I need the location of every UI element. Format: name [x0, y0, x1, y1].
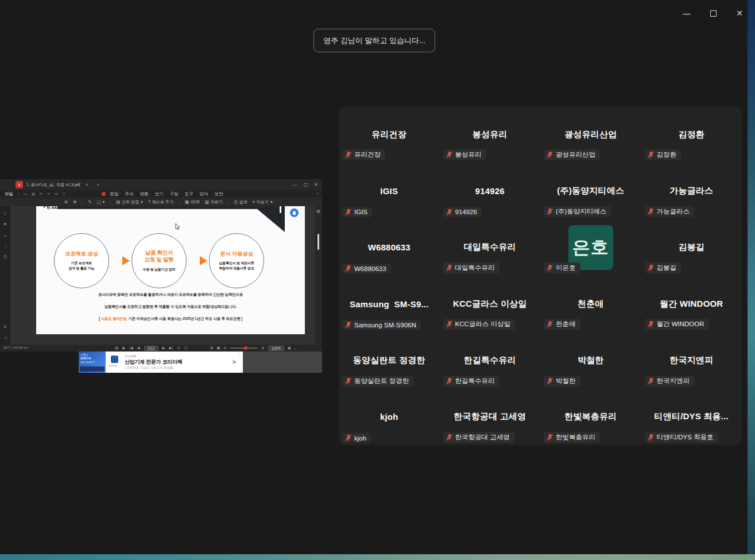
participant-name: (주)동양지티에스: [557, 186, 624, 196]
pdf-maximize-icon: ▢: [304, 182, 308, 187]
participant-tile[interactable]: KCC글라스 이상일 KCC글라스 이상일: [440, 276, 541, 332]
pdf-menu-item: 변환: [140, 191, 149, 197]
divider: |: [228, 200, 229, 204]
participant-tile[interactable]: 한길특수유리 한길특수유리: [440, 332, 541, 388]
participant-tile[interactable]: 박철한 박철한: [540, 332, 641, 388]
participant-label-text: 한국항공대 고세영: [455, 433, 510, 442]
screen-share-view[interactable]: ≡ 1. 공사다큐_납...자료 v1.3.pdf ✕ + — ▢ ✕ 파일 |…: [0, 179, 322, 373]
participant-tile[interactable]: 대일특수유리 대일특수유리: [440, 219, 541, 276]
shape-icon: ▢: [97, 199, 101, 204]
participant-name: 한길특수유리: [464, 355, 516, 366]
participant-tile[interactable]: 김봉길 김봉길: [641, 219, 742, 276]
participant-label: Samsung SM-S906N: [342, 320, 421, 330]
participant-label-text: 김봉길: [657, 264, 677, 272]
ad-subtitle: 1,000여종 이상의 산업기계 종합몰: [125, 366, 173, 370]
bookmarks-icon: ⚑: [3, 222, 7, 227]
participant-tile[interactable]: 김정환 김정환: [641, 106, 742, 163]
participant-name: 한빛복층유리: [564, 411, 617, 422]
participant-name: Samsung SM-S9...: [350, 299, 429, 309]
divider: |: [18, 191, 19, 196]
ad-close-icon: ✕: [239, 353, 241, 356]
maximize-icon: [710, 10, 717, 17]
page-size-label: 29.7 x 20.99 cm: [3, 346, 28, 349]
edit-all-label: 모두 편집: [122, 199, 139, 205]
participant-label: 박철한: [544, 376, 580, 387]
pdf-window-controls: — ▢ ✕: [293, 182, 322, 187]
speaking-notification: 영주 김님이 말하고 있습니다...: [313, 29, 435, 52]
more-tool: ≡더보기▾: [253, 199, 273, 205]
participant-label: 914926: [443, 207, 482, 217]
mic-muted-icon: [446, 208, 453, 216]
last-page-icon: ▶|: [169, 346, 173, 350]
print-icon: ▤: [115, 346, 118, 350]
participant-tile[interactable]: 천춘애 천춘애: [540, 276, 641, 332]
participant-tile[interactable]: 월간 WINDOOR 월간 WINDOOR: [641, 276, 742, 332]
participant-tile[interactable]: 은호 이은호: [540, 219, 641, 276]
participant-name: IGIS: [380, 186, 398, 196]
participant-tile[interactable]: 티앤티/DYS 최용... 티앤티/DYS 최용호: [641, 389, 742, 445]
flow-step-1-title: 프로젝트 생성: [65, 250, 98, 257]
participant-tile[interactable]: 한빛복층유리 한빛복층유리: [540, 389, 641, 445]
participant-name: 티앤티/DYS 최용...: [655, 411, 729, 422]
mic-muted-icon: [344, 321, 352, 329]
pdf-canvas: 개요 프로젝트 생성 기존 프로젝트 검색 및 활용 가능 납품 확인서 요청 …: [10, 206, 315, 345]
meeting-app-window: — ✕ 영주 김님이 말하고 있습니다... ≡ 1. 공사다큐_납...자료 …: [0, 0, 748, 554]
collapse-panel-icon: ◁: [3, 335, 6, 340]
ad-right-gap: [243, 352, 322, 373]
maximize-button[interactable]: [704, 7, 722, 20]
desktop-wallpaper-right: [748, 0, 755, 560]
mic-muted-icon: [344, 265, 352, 272]
participant-tile[interactable]: W6880633 W6880633: [339, 219, 440, 276]
page-number-box: 3/12: [144, 346, 158, 351]
pdf-new-tab-icon: +: [96, 182, 99, 188]
zoom-out-icon: ⊖: [64, 199, 68, 204]
participant-tile[interactable]: kjoh kjoh: [339, 389, 440, 445]
participant-label: 유리건장: [342, 149, 385, 160]
participant-label-text: 한빛복층유리: [556, 433, 595, 442]
mic-muted-icon: [546, 434, 553, 441]
pdf-menu-item: 보안: [215, 191, 223, 197]
participant-tile[interactable]: 유리건장 유리건장: [339, 106, 440, 163]
participant-tile[interactable]: 한국지엔피 한국지엔피: [641, 332, 742, 388]
participant-label: 동양실란트 정경한: [342, 376, 413, 387]
participant-label: 한길특수유리: [443, 376, 500, 387]
participant-tile[interactable]: 동양실란트 정경한 동양실란트 정경한: [339, 332, 440, 388]
text-icon: T: [148, 199, 151, 204]
more-label: 더보기: [257, 199, 269, 205]
price-highlight: 사용료 월/1만원,: [101, 316, 127, 320]
edit-all-tool: ▤모두 편집▾: [116, 199, 143, 205]
ocr-label: OCR: [191, 200, 200, 204]
close-icon: ✕: [736, 9, 743, 18]
participant-tile[interactable]: (주)동양지티에스 (주)동양지티에스: [540, 163, 641, 219]
pdf-menu-item: 보기: [155, 191, 164, 197]
doc-paragraph: 납품확인서를 요청하고 발행한 후 제출할 수 있도록 자동으로 취합/생성해드…: [36, 304, 305, 310]
participant-tile[interactable]: 광성유리산업 광성유리산업: [540, 106, 641, 163]
flow-arrow-icon: [122, 256, 130, 265]
desktop-wallpaper-bottom: [0, 554, 755, 560]
participant-label: 한국항공대 고세영: [443, 432, 514, 443]
mic-muted-icon: [647, 151, 655, 159]
pdf-statusbar: 29.7 x 20.99 cm ▤ ▶ |◀ ◀ 3/12 ▶ ▶| ↺ ▢ ⊞…: [0, 345, 322, 352]
participant-tile[interactable]: 봉성유리 봉성유리: [440, 106, 541, 163]
participant-label: (주)동양지티에스: [544, 206, 611, 217]
minimize-button[interactable]: —: [678, 7, 695, 20]
participant-tile[interactable]: 한국항공대 고세영 한국항공대 고세영: [440, 389, 541, 445]
panel-icon: ▤: [316, 209, 320, 214]
mic-muted-icon: [344, 151, 352, 159]
pdf-toolbar: ⊖ ⊕ | ✎ ▢▾ | ▤모두 편집▾ T텍스트 추가 | ▦OCR ▨자르기…: [0, 198, 322, 206]
flow-step-1-desc: 기존 프로젝트 검색 및 활용 가능: [68, 261, 94, 272]
doc-icon: [293, 211, 296, 215]
ad-cta-arrow: >: [233, 358, 236, 365]
participant-name: 한국지엔피: [669, 355, 713, 366]
ocr-icon: ▦: [185, 199, 189, 204]
participant-tile[interactable]: 가능글라스 가능글라스: [641, 163, 742, 219]
zoom-in-icon: ⊕: [261, 346, 264, 350]
pdf-ad-bar: 사장님 공장기계 필요하세요? 코리아팩 코리아팩 산업기계 전문가 코리아팩 …: [0, 352, 322, 373]
participant-tile[interactable]: Samsung SM-S9... Samsung SM-S906N: [339, 276, 440, 332]
close-button[interactable]: ✕: [731, 7, 748, 20]
restrict-icon: ⊘: [3, 325, 7, 329]
participant-tile[interactable]: IGIS IGIS: [339, 163, 440, 219]
participant-tile[interactable]: 914926 914926: [440, 163, 541, 219]
mic-muted-icon: [647, 208, 655, 215]
flow-step-2: 납품 확인서 요청 및 발행 수량 및 납품기간 입력: [131, 233, 187, 288]
